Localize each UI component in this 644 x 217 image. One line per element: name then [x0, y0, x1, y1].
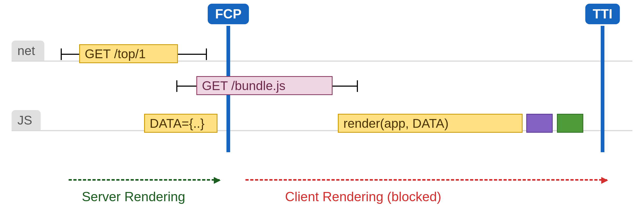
fcp-flag: FCP: [208, 4, 249, 24]
whisker-right-get-top: [178, 54, 207, 55]
whisker-left-get-top: [61, 54, 81, 55]
track-label-js: JS: [12, 110, 41, 130]
whisker-left-get-bundle: [176, 86, 196, 87]
bar-js-render: render(app, DATA): [338, 114, 523, 133]
tti-marker: TTI: [601, 26, 604, 152]
bar-js-data: DATA={..}: [144, 114, 217, 133]
bar-js-task-green: [557, 114, 583, 133]
bar-get-bundle: GET /bundle.js: [196, 76, 333, 95]
timeline-diagram: net JS FCP TTI GET /top/1 GET /bundle.js…: [0, 0, 644, 217]
whisker-right-get-bundle: [333, 86, 358, 87]
phase-arrow-client: [245, 179, 607, 181]
phase-label-client: Client Rendering (blocked): [285, 189, 441, 204]
bar-get-top: GET /top/1: [79, 44, 178, 63]
phase-label-server: Server Rendering: [82, 189, 185, 204]
tti-flag: TTI: [585, 4, 620, 24]
bar-js-task-purple: [526, 114, 553, 133]
phase-arrow-server: [69, 179, 220, 181]
track-label-net: net: [12, 41, 44, 61]
